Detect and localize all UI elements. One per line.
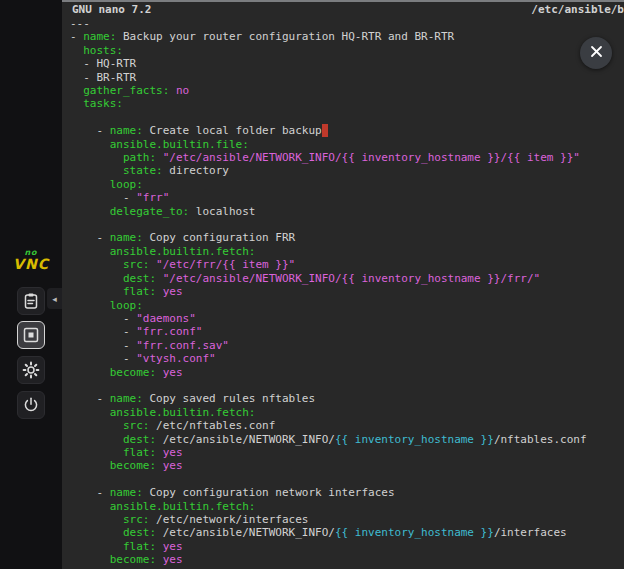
- terminal-line: - name: Copy configuration FRR: [70, 231, 624, 244]
- terminal-line: [70, 111, 624, 124]
- terminal-line: [70, 379, 624, 392]
- power-icon: [22, 396, 40, 414]
- terminal-window[interactable]: GNU nano 7.2 /etc/ansible/b ---- name: B…: [62, 0, 624, 569]
- terminal-line: become: yes: [70, 366, 624, 379]
- gear-icon: [22, 361, 40, 379]
- nano-file-path: /etc/ansible/b: [531, 3, 624, 16]
- terminal-line: [70, 218, 624, 231]
- terminal-line: delegate_to: localhost: [70, 205, 624, 218]
- terminal-line: ansible.builtin.file:: [70, 138, 624, 151]
- terminal-line: - name: Copy saved rules nftables: [70, 392, 624, 405]
- terminal-line: loop:: [70, 299, 624, 312]
- settings-button[interactable]: [17, 356, 45, 384]
- terminal-line: loop:: [70, 178, 624, 191]
- power-button[interactable]: [17, 391, 45, 419]
- terminal-line: src: "/etc/frr/{{ item }}": [70, 258, 624, 271]
- terminal-line: src: /etc/nftables.conf: [70, 419, 624, 432]
- terminal-line: - "frr.conf": [70, 325, 624, 338]
- clipboard-button[interactable]: [17, 287, 45, 315]
- terminal-line: [70, 473, 624, 486]
- terminal-line: - name: Create local folder backup: [70, 124, 624, 137]
- terminal-line: dest: /etc/ansible/NETWORK_INFO/{{ inven…: [70, 526, 624, 539]
- terminal-line: ansible.builtin.fetch:: [70, 406, 624, 419]
- terminal-line: ansible.builtin.fetch:: [70, 500, 624, 513]
- terminal-line: dest: /etc/ansible/NETWORK_INFO/{{ inven…: [70, 433, 624, 446]
- terminal-line: flat: yes: [70, 540, 624, 553]
- terminal-line: flat: yes: [70, 446, 624, 459]
- terminal-line: - "vtysh.conf": [70, 352, 624, 365]
- terminal-line: - "frr": [70, 191, 624, 204]
- terminal-line: gather_facts: no: [70, 84, 624, 97]
- terminal-line: - HQ-RTR: [70, 57, 624, 70]
- vnc-control-bar: no VNC ◂: [0, 0, 62, 569]
- text-cursor: [322, 124, 329, 137]
- close-icon: [590, 45, 603, 61]
- terminal-line: state: directory: [70, 164, 624, 177]
- vnc-desktop: no VNC ◂: [0, 0, 624, 569]
- nano-header: GNU nano 7.2 /etc/ansible/b: [62, 2, 624, 16]
- terminal-line: - "frr.conf.sav": [70, 339, 624, 352]
- terminal-line: - name: Copy configuration network inter…: [70, 486, 624, 499]
- editor-content[interactable]: ---- name: Backup your router configurat…: [62, 16, 624, 567]
- nano-version: GNU nano 7.2: [72, 3, 151, 16]
- terminal-line: tasks:: [70, 97, 624, 110]
- terminal-line: ---: [70, 17, 624, 30]
- terminal-line: flat: yes: [70, 285, 624, 298]
- clipboard-icon: [22, 292, 40, 310]
- terminal-line: become: yes: [70, 459, 624, 472]
- novnc-logo-vnc: VNC: [0, 257, 62, 271]
- terminal-line: hosts:: [70, 44, 624, 57]
- terminal-line: become: yes: [70, 553, 624, 566]
- terminal-line: dest: "/etc/ansible/NETWORK_INFO/{{ inve…: [70, 272, 624, 285]
- chevron-left-icon: ◂: [52, 294, 57, 304]
- fullscreen-icon: [22, 326, 40, 344]
- close-button[interactable]: [580, 37, 612, 69]
- terminal-line: - BR-RTR: [70, 71, 624, 84]
- novnc-logo: no VNC: [0, 249, 62, 271]
- terminal-line: - "daemons": [70, 312, 624, 325]
- terminal-line: - name: Backup your router configuration…: [70, 30, 624, 43]
- terminal-line: ansible.builtin.fetch:: [70, 245, 624, 258]
- terminal-line: src: /etc/network/interfaces: [70, 513, 624, 526]
- terminal-line: path: "/etc/ansible/NETWORK_INFO/{{ inve…: [70, 151, 624, 164]
- control-bar-handle[interactable]: ◂: [47, 288, 62, 309]
- fullscreen-button[interactable]: [17, 321, 45, 349]
